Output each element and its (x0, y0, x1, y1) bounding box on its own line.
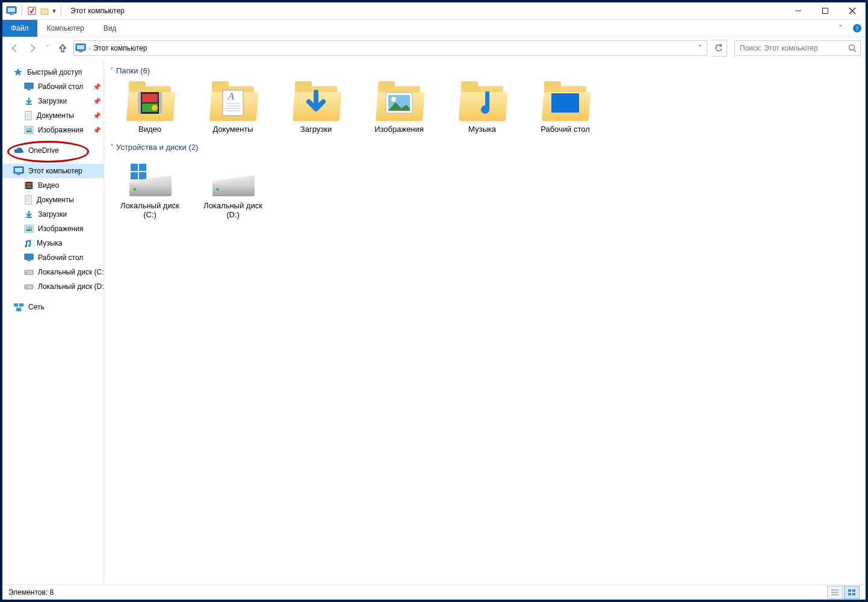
music-icon (471, 89, 493, 117)
tab-view[interactable]: Вид (94, 20, 126, 37)
picture-icon (24, 126, 34, 134)
svg-rect-73 (131, 172, 138, 179)
folder-item[interactable]: Музыка (450, 84, 515, 134)
ribbon-expand-icon[interactable]: ˅ (832, 20, 849, 37)
chevron-down-icon: ˅ (110, 143, 114, 151)
pc-icon (6, 6, 17, 16)
sidebar-item-label: Этот компьютер (28, 167, 82, 175)
folder-icon (126, 84, 173, 121)
tab-computer[interactable]: Компьютер (37, 20, 94, 37)
desktop-icon (24, 253, 34, 262)
sidebar-item-quick[interactable]: Загрузки 📌 (2, 94, 104, 108)
pc-icon (13, 166, 24, 176)
document-icon (24, 195, 33, 205)
sidebar-item-label: Сеть (28, 303, 45, 311)
svg-line-52 (16, 306, 19, 308)
address-segment[interactable]: Этот компьютер (93, 44, 147, 52)
folder-item[interactable]: Загрузки (284, 84, 349, 134)
navigation-bar: ˅ › Этот компьютер ˅ (2, 37, 866, 59)
recent-dropdown-icon[interactable]: ˅ (43, 41, 52, 55)
svg-rect-31 (25, 182, 26, 189)
svg-text:A: A (228, 91, 234, 101)
chevron-down-icon: ˅ (110, 67, 114, 75)
folder-item[interactable]: A Документы (200, 84, 265, 134)
pin-icon: 📌 (93, 112, 101, 120)
sidebar-item-quick[interactable]: Рабочий стол 📌 (2, 79, 104, 94)
svg-point-68 (391, 97, 396, 102)
svg-point-26 (27, 129, 29, 131)
svg-rect-50 (19, 303, 23, 306)
sidebar-item-pc[interactable]: Музыка (2, 236, 104, 250)
navigation-pane: Быстрый доступ Рабочий стол 📌 Загрузки 📌… (2, 59, 104, 585)
svg-point-42 (27, 228, 29, 229)
svg-rect-81 (852, 593, 855, 595)
content-pane: ˅ Папки (6) Видео A Документы Загрузки И… (104, 59, 866, 585)
sidebar-item-pc[interactable]: Видео (2, 178, 104, 193)
search-icon[interactable] (848, 44, 857, 52)
drive-item[interactable]: Локальный диск (C:) (117, 160, 182, 220)
up-button[interactable] (55, 41, 70, 55)
qat-dropdown-icon[interactable]: ▾ (52, 7, 56, 15)
sidebar-quick-access[interactable]: Быстрый доступ (2, 65, 104, 79)
search-input[interactable] (739, 43, 848, 53)
svg-rect-7 (822, 8, 828, 14)
folder-item[interactable]: Рабочий стол (533, 84, 598, 134)
chevron-right-icon[interactable]: › (86, 45, 93, 52)
svg-rect-28 (15, 168, 22, 172)
new-folder-icon[interactable] (40, 6, 49, 16)
maximize-button[interactable] (811, 2, 839, 19)
sidebar-item-label: Документы (37, 196, 74, 204)
sidebar-item-quick[interactable]: Документы 📌 (2, 108, 104, 123)
minimize-button[interactable] (784, 2, 811, 19)
tab-file[interactable]: Файл (2, 20, 37, 37)
svg-point-46 (26, 272, 27, 273)
sidebar-item-label: Музыка (37, 239, 62, 247)
picture-icon (24, 225, 34, 233)
pc-icon (75, 43, 86, 53)
sidebar-item-quick[interactable]: Изображения 📌 (2, 123, 104, 137)
help-icon[interactable]: ? (849, 20, 866, 37)
sidebar-item-label: Рабочий стол (38, 253, 83, 262)
back-button[interactable] (7, 41, 22, 55)
status-bar: Элементов: 8 (2, 585, 866, 600)
search-box[interactable] (734, 40, 861, 56)
sidebar-item-pc[interactable]: Локальный диск (C:) (2, 265, 104, 279)
sidebar-network[interactable]: Сеть (2, 300, 104, 314)
svg-rect-45 (25, 270, 33, 275)
item-label: Музыка (468, 125, 496, 134)
svg-rect-5 (41, 8, 44, 10)
address-dropdown-icon[interactable]: ˅ (695, 44, 705, 52)
windows-icon (129, 163, 147, 181)
drive-icon (209, 160, 257, 197)
forward-button[interactable] (25, 41, 40, 55)
view-details-button[interactable] (827, 586, 843, 599)
view-large-icons-button[interactable] (844, 586, 860, 599)
sidebar-item-pc[interactable]: Рабочий стол (2, 250, 104, 265)
sidebar-item-pc[interactable]: Локальный диск (D:) (2, 279, 104, 294)
svg-rect-43 (25, 254, 33, 259)
properties-icon[interactable] (27, 6, 37, 16)
svg-point-15 (849, 45, 855, 51)
folder-item[interactable]: Изображения (367, 84, 432, 134)
group-header-folders[interactable]: ˅ Папки (6) (109, 63, 861, 79)
refresh-button[interactable] (711, 40, 727, 57)
sidebar-item-pc[interactable]: Документы (2, 193, 104, 207)
sidebar-this-pc[interactable]: Этот компьютер (2, 164, 104, 178)
group-header-drives[interactable]: ˅ Устройства и диски (2) (109, 139, 861, 155)
ribbon: Файл Компьютер Вид ˅ ? (2, 20, 866, 37)
sidebar-onedrive[interactable]: OneDrive (2, 143, 104, 158)
svg-rect-47 (25, 285, 33, 289)
folder-icon (542, 84, 589, 121)
sidebar-item-pc[interactable]: Изображения (2, 222, 104, 236)
close-button[interactable] (839, 2, 866, 19)
video-icon (24, 181, 34, 190)
folder-icon (293, 84, 339, 121)
svg-rect-34 (26, 186, 31, 188)
svg-rect-57 (142, 94, 158, 102)
group-header-label: Папки (6) (116, 66, 150, 75)
svg-line-16 (854, 50, 857, 52)
address-bar[interactable]: › Этот компьютер ˅ (73, 40, 707, 56)
folder-item[interactable]: Видео (117, 84, 182, 134)
sidebar-item-pc[interactable]: Загрузки (2, 207, 104, 222)
drive-item[interactable]: Локальный диск (D:) (200, 160, 265, 220)
